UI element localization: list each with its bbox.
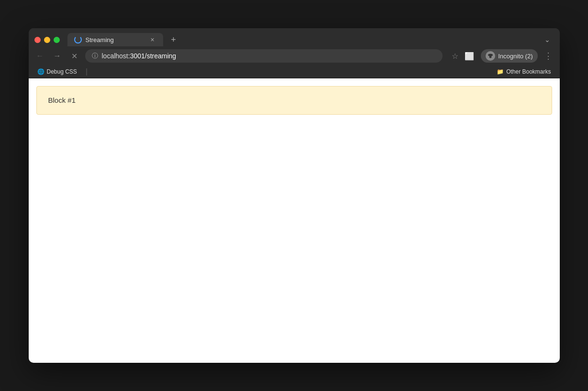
title-bar: Streaming × + ⌄ xyxy=(29,28,560,46)
tab-close-button[interactable]: × xyxy=(149,36,156,43)
forward-icon: → xyxy=(54,52,61,60)
split-icon: ⬜ xyxy=(465,52,474,61)
active-tab[interactable]: Streaming × xyxy=(67,33,163,46)
omnibox-actions: ☆ ⬜ xyxy=(448,49,476,63)
url-text: localhost:3001/streaming xyxy=(102,52,436,60)
star-icon: ☆ xyxy=(452,52,458,61)
svg-point-3 xyxy=(489,56,492,58)
new-tab-button[interactable]: + xyxy=(167,33,180,46)
bookmarks-folder-icon: 📁 xyxy=(497,68,504,75)
browser-window: Streaming × + ⌄ ← → ✕ ⓘ localhost:3001/s… xyxy=(29,28,560,363)
back-button[interactable]: ← xyxy=(33,49,47,63)
debug-css-label: Debug CSS xyxy=(47,68,77,75)
incognito-icon xyxy=(486,51,495,61)
back-icon: ← xyxy=(36,52,44,60)
bookmark-globe-icon: 🌐 xyxy=(37,68,44,75)
more-icon: ⋮ xyxy=(544,51,553,61)
bookmark-star-button[interactable]: ☆ xyxy=(448,49,462,63)
window-controls xyxy=(34,37,60,43)
other-bookmarks-label: Other Bookmarks xyxy=(506,68,551,75)
tab-list-chevron[interactable]: ⌄ xyxy=(541,33,554,46)
bookmarks-bar: 🌐 Debug CSS | 📁 Other Bookmarks xyxy=(29,65,560,78)
forward-button[interactable]: → xyxy=(51,49,64,63)
other-bookmarks-button[interactable]: 📁 Other Bookmarks xyxy=(494,67,554,76)
omnibox[interactable]: ⓘ localhost:3001/streaming xyxy=(85,49,443,63)
debug-css-bookmark[interactable]: 🌐 Debug CSS xyxy=(34,67,80,76)
minimize-button[interactable] xyxy=(44,37,50,43)
block-card-1: Block #1 xyxy=(36,86,552,115)
more-options-button[interactable]: ⋮ xyxy=(542,49,555,63)
tab-loading-icon xyxy=(74,36,82,43)
incognito-button[interactable]: Incognito (2) xyxy=(481,49,537,63)
page-content: Block #1 xyxy=(29,78,560,363)
bookmarks-separator: | xyxy=(86,67,88,76)
tab-title: Streaming xyxy=(86,36,145,43)
url-host: localhost xyxy=(102,52,128,60)
reload-icon: ✕ xyxy=(71,52,78,61)
close-button[interactable] xyxy=(34,37,41,43)
block-1-text: Block #1 xyxy=(48,96,76,104)
maximize-button[interactable] xyxy=(54,37,60,43)
reload-button[interactable]: ✕ xyxy=(68,49,81,63)
tab-row: Streaming × + ⌄ xyxy=(34,33,554,46)
url-path: :3001/streaming xyxy=(128,52,176,60)
security-icon: ⓘ xyxy=(92,52,98,60)
svg-rect-2 xyxy=(488,55,493,55)
split-view-button[interactable]: ⬜ xyxy=(463,49,476,63)
omnibox-row: ← → ✕ ⓘ localhost:3001/streaming ☆ ⬜ xyxy=(29,46,560,65)
incognito-label: Incognito (2) xyxy=(498,53,533,60)
